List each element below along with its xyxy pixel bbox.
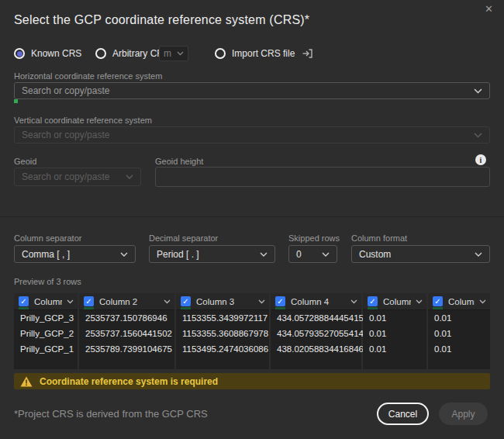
arbitrary-unit-value: m: [164, 48, 171, 59]
chevron-down-icon[interactable]: [164, 299, 171, 304]
column-header-label: Column 3: [196, 297, 254, 306]
skipped-rows-value: 0: [296, 249, 317, 260]
radio-unselected-icon: [95, 48, 106, 59]
valid-indicator: [275, 307, 285, 309]
chevron-down-icon: [177, 51, 184, 56]
warning-text: Coordinate reference system is required: [40, 376, 218, 387]
chevron-down-icon: [474, 88, 482, 94]
table-cell: 2535789.7399104675: [79, 341, 174, 357]
checkbox-checked-icon[interactable]: ✓: [275, 296, 285, 306]
column-format-value: Custom: [359, 249, 470, 260]
horizontal-crs-label: Horizontal coordinate reference system: [14, 71, 162, 81]
table-cell: 1153355.3608867978: [176, 326, 269, 341]
close-icon[interactable]: ✕: [485, 4, 493, 14]
geoid-select[interactable]: Search or copy/paste: [14, 168, 141, 186]
chevron-down-icon[interactable]: [479, 299, 486, 304]
column-separator-select[interactable]: Comma [ , ]: [14, 245, 136, 263]
skipped-rows-label: Skipped rows: [288, 233, 340, 243]
table-cell: Prilly_GCP_3: [14, 310, 78, 326]
chevron-down-icon[interactable]: [258, 299, 265, 304]
table-cell: 2535737.150786946: [79, 310, 174, 326]
valid-indicator: [433, 307, 443, 309]
column-header-label: Column 5: [383, 297, 411, 306]
table-column-1: ✓ Column 1 Prilly_GCP_3 Prilly_GCP_2 Pri…: [14, 293, 78, 369]
table-filler: [79, 357, 174, 369]
valid-indicator: [14, 99, 18, 103]
table-cell: 1153495.2474036086: [176, 341, 269, 357]
table-column-4: ✓ Column 4 434.05728884445415 434.057935…: [271, 293, 361, 369]
vertical-crs-select[interactable]: Search or copy/paste: [14, 126, 490, 143]
valid-indicator: [84, 307, 94, 309]
horizontal-crs-select[interactable]: Search or copy/paste: [14, 82, 490, 99]
table-column-2: ✓ Column 2 2535737.150786946 2535737.156…: [79, 293, 174, 369]
chevron-down-icon: [120, 252, 128, 257]
table-column-5: ✓ Column 5 0.01 0.01 0.01: [363, 293, 426, 369]
column-6-header[interactable]: ✓ Column 6: [428, 293, 490, 310]
cancel-button[interactable]: Cancel: [377, 403, 429, 425]
apply-button[interactable]: Apply: [439, 403, 488, 425]
dialog-title: Select the GCP coordinate reference syst…: [14, 13, 309, 27]
chevron-down-icon: [322, 252, 330, 257]
column-4-header[interactable]: ✓ Column 4: [271, 293, 361, 310]
chevron-down-icon[interactable]: [67, 299, 74, 304]
table-cell: Prilly_GCP_1: [14, 341, 78, 357]
import-crs-label: Import CRS file: [232, 48, 295, 59]
column-2-header[interactable]: ✓ Column 2: [79, 293, 174, 310]
known-crs-label: Known CRS: [31, 48, 81, 59]
checkbox-checked-icon[interactable]: ✓: [433, 296, 443, 306]
table-filler: [176, 357, 269, 369]
column-header-label: Column 6: [448, 297, 475, 306]
column-1-header[interactable]: ✓ Column 1: [14, 293, 78, 310]
import-crs-radio[interactable]: Import CRS file: [215, 47, 313, 60]
decimal-separator-select[interactable]: Period [ . ]: [149, 245, 275, 263]
geoid-height-label: Geoid height: [155, 157, 203, 166]
chevron-down-icon[interactable]: [350, 299, 357, 304]
table-cell: 1153355.3439972117: [176, 310, 269, 326]
skipped-rows-select[interactable]: 0: [288, 245, 337, 263]
table-filler: [363, 357, 426, 369]
project-crs-note: *Project CRS is derived from the GCP CRS: [14, 408, 208, 420]
radio-selected-icon: [14, 48, 25, 59]
checkbox-checked-icon[interactable]: ✓: [84, 296, 94, 306]
arbitrary-unit-select[interactable]: m: [159, 46, 188, 61]
chevron-down-icon: [260, 252, 268, 257]
table-cell: 434.05728884445415: [271, 310, 361, 326]
table-cell: Prilly_GCP_2: [14, 326, 78, 341]
checkbox-checked-icon[interactable]: ✓: [368, 296, 378, 306]
table-filler: [428, 357, 490, 369]
import-file-icon: [302, 48, 313, 59]
column-header-label: Column 1: [34, 297, 62, 306]
table-cell: 0.01: [428, 326, 490, 341]
known-crs-radio[interactable]: Known CRS: [14, 47, 81, 60]
chevron-down-icon[interactable]: [416, 299, 423, 304]
table-filler: [271, 357, 361, 369]
table-cell: 0.01: [363, 310, 426, 326]
geoid-height-input[interactable]: [155, 167, 490, 187]
valid-indicator: [368, 307, 378, 309]
preview-table: ✓ Column 1 Prilly_GCP_3 Prilly_GCP_2 Pri…: [14, 293, 490, 369]
valid-indicator: [181, 307, 191, 309]
chevron-down-icon: [475, 252, 482, 257]
vertical-crs-placeholder: Search or copy/paste: [22, 130, 469, 140]
checkbox-checked-icon[interactable]: ✓: [19, 296, 29, 306]
column-separator-value: Comma [ , ]: [22, 249, 116, 260]
chevron-down-icon: [126, 175, 133, 179]
table-column-3: ✓ Column 3 1153355.3439972117 1153355.36…: [176, 293, 269, 369]
warning-icon: [20, 376, 33, 387]
info-icon[interactable]: i: [475, 154, 486, 165]
table-cell: 0.01: [363, 341, 426, 357]
table-column-6: ✓ Column 6 0.01 0.01 0.01: [428, 293, 490, 369]
column-format-label: Column format: [351, 233, 407, 243]
column-header-label: Column 4: [291, 297, 346, 306]
table-cell: 0.01: [428, 310, 490, 326]
chevron-down-icon: [474, 133, 482, 138]
preview-label: Preview of 3 rows: [14, 277, 81, 286]
geoid-placeholder: Search or copy/paste: [22, 171, 121, 182]
checkbox-checked-icon[interactable]: ✓: [181, 296, 191, 306]
table-cell: 0.01: [363, 326, 426, 341]
column-3-header[interactable]: ✓ Column 3: [176, 293, 269, 310]
column-format-select[interactable]: Custom: [351, 245, 490, 263]
vertical-crs-label: Vertical coordinate reference system: [14, 116, 152, 125]
column-5-header[interactable]: ✓ Column 5: [363, 293, 426, 310]
decimal-separator-label: Decimal separator: [149, 233, 218, 243]
